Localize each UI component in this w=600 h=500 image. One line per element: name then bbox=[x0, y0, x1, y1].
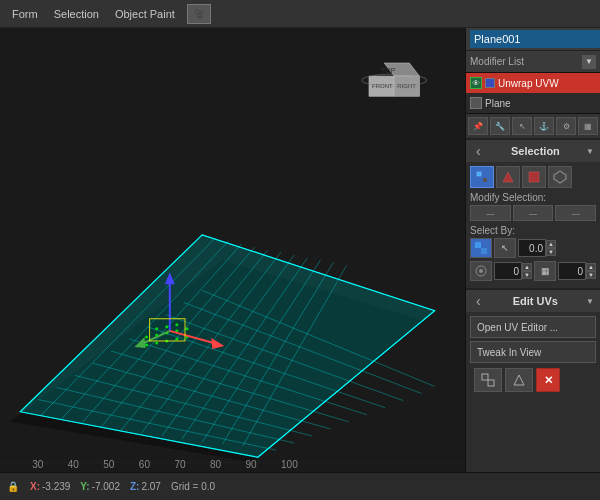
mod-btn-grid[interactable]: ▦ bbox=[578, 117, 598, 135]
sel-edge-icon[interactable] bbox=[496, 166, 520, 188]
sel-face-icon[interactable] bbox=[522, 166, 546, 188]
modifier-color-icon bbox=[485, 78, 495, 88]
coord-100: 100 bbox=[281, 459, 298, 470]
selection-section: ‹ Selection ▼ bbox=[466, 138, 600, 288]
viewport-3d[interactable]: TOP FRONT RIGHT 30 40 50 60 70 80 90 100 bbox=[0, 28, 465, 472]
select-by-icon-2[interactable]: ↖ bbox=[494, 238, 516, 258]
spinbox-2-field[interactable] bbox=[494, 262, 522, 280]
edit-uvs-collapse-icon: ‹ bbox=[472, 293, 485, 309]
modify-btn-1[interactable]: — bbox=[470, 205, 511, 221]
svg-point-38 bbox=[155, 341, 158, 344]
mod-btn-pin[interactable]: 📌 bbox=[468, 117, 488, 135]
menu-bar: Form Selection Object Paint 🎥 bbox=[0, 0, 600, 28]
svg-point-66 bbox=[479, 269, 483, 273]
spinbox-1-arrows: ▲ ▼ bbox=[546, 240, 556, 256]
svg-point-31 bbox=[175, 323, 178, 326]
svg-marker-69 bbox=[514, 375, 524, 385]
modify-btn-2[interactable]: — bbox=[513, 205, 554, 221]
spinbox-2: ▲ ▼ bbox=[494, 262, 532, 280]
coord-80: 80 bbox=[210, 459, 221, 470]
edit-uvs-bottom-row: ✕ bbox=[470, 366, 596, 394]
menu-form[interactable]: Form bbox=[4, 4, 46, 24]
status-bar: 🔒 X: -3.239 Y: -7.002 Z: 2.07 Grid = 0.0 bbox=[0, 472, 600, 500]
svg-point-29 bbox=[155, 327, 158, 330]
mod-btn-tool[interactable]: 🔧 bbox=[490, 117, 510, 135]
grid-value: Grid = 0.0 bbox=[171, 481, 215, 492]
modifier-plane-icon bbox=[470, 97, 482, 109]
tweak-in-view-button[interactable]: Tweak In View bbox=[470, 341, 596, 363]
svg-rect-67 bbox=[482, 374, 488, 380]
x-value: -3.239 bbox=[42, 481, 70, 492]
select-by-icon-4[interactable]: ▦ bbox=[534, 261, 556, 281]
z-value: 2.07 bbox=[141, 481, 160, 492]
svg-point-40 bbox=[175, 337, 178, 340]
lock-icon: 🔒 bbox=[6, 479, 20, 495]
edit-uvs-header[interactable]: ‹ Edit UVs ▼ bbox=[466, 290, 600, 312]
modify-buttons-row: — — — bbox=[470, 205, 596, 221]
sel-element-icon[interactable] bbox=[548, 166, 572, 188]
spinbox-1-field[interactable] bbox=[518, 239, 546, 257]
spinbox-2-up[interactable]: ▲ bbox=[522, 263, 532, 271]
right-panel: Modifier List ▼ 👁 Unwrap UVW Plane 📌 🔧 ↖… bbox=[465, 28, 600, 472]
modifier-buttons-row: 📌 🔧 ↖ ⚓ ⚙ ▦ bbox=[466, 113, 600, 138]
svg-rect-63 bbox=[475, 242, 481, 248]
select-by-icon-1[interactable] bbox=[470, 238, 492, 258]
menu-selection[interactable]: Selection bbox=[46, 4, 107, 24]
coord-60: 60 bbox=[139, 459, 150, 470]
z-label: Z: bbox=[130, 481, 139, 492]
camera-icon[interactable]: 🎥 bbox=[187, 4, 211, 24]
main-container: TOP FRONT RIGHT 30 40 50 60 70 80 90 100 bbox=[0, 28, 600, 472]
spinbox-3-arrows: ▲ ▼ bbox=[586, 263, 596, 279]
mod-btn-cursor[interactable]: ↖ bbox=[512, 117, 532, 135]
selection-title: Selection bbox=[511, 145, 560, 157]
spinbox-2-arrows: ▲ ▼ bbox=[522, 263, 532, 279]
menu-object-paint[interactable]: Object Paint bbox=[107, 4, 183, 24]
selection-panel-header[interactable]: ‹ Selection ▼ bbox=[466, 140, 600, 162]
uv-icon-btn-1[interactable] bbox=[474, 368, 502, 392]
spinbox-1: ▲ ▼ bbox=[518, 239, 596, 257]
object-name-field[interactable] bbox=[470, 30, 600, 48]
modifier-stack: 👁 Unwrap UVW Plane bbox=[466, 72, 600, 113]
select-by-icon-3[interactable] bbox=[470, 261, 492, 281]
spinbox-1-down[interactable]: ▼ bbox=[546, 248, 556, 256]
spinbox-2-down[interactable]: ▼ bbox=[522, 271, 532, 279]
close-x-button[interactable]: ✕ bbox=[536, 368, 560, 392]
modifier-list-dropdown[interactable]: ▼ bbox=[582, 55, 596, 69]
modify-selection-label: Modify Selection: bbox=[470, 192, 596, 203]
modify-btn-3[interactable]: — bbox=[555, 205, 596, 221]
sel-vertex-icon[interactable] bbox=[470, 166, 494, 188]
selection-content: Modify Selection: — — — Select By: ↖ bbox=[466, 162, 600, 288]
object-name-bar bbox=[466, 28, 600, 50]
coord-y-display: Y: -7.002 bbox=[80, 481, 120, 492]
modifier-visibility-icon[interactable]: 👁 bbox=[470, 77, 482, 89]
spinbox-3-field[interactable] bbox=[558, 262, 586, 280]
svg-point-30 bbox=[165, 325, 168, 328]
mod-btn-settings[interactable]: ⚙ bbox=[556, 117, 576, 135]
open-uv-editor-button[interactable]: Open UV Editor ... bbox=[470, 316, 596, 338]
coord-z-display: Z: 2.07 bbox=[130, 481, 161, 492]
grid-svg: TOP FRONT RIGHT bbox=[0, 28, 465, 472]
y-value: -7.002 bbox=[92, 481, 120, 492]
y-label: Y: bbox=[80, 481, 89, 492]
modifier-list-label: Modifier List bbox=[470, 56, 582, 67]
select-by-row-2: ▲ ▼ ▦ ▲ ▼ bbox=[470, 261, 596, 281]
grid-coord-labels: 30 40 50 60 70 80 90 100 bbox=[0, 459, 330, 470]
modifier-plane[interactable]: Plane bbox=[466, 93, 600, 113]
svg-point-36 bbox=[185, 327, 188, 330]
svg-marker-60 bbox=[503, 172, 513, 182]
mod-btn-anchor[interactable]: ⚓ bbox=[534, 117, 554, 135]
modifier-name-unwrap: Unwrap UVW bbox=[498, 78, 559, 89]
spinbox-3-down[interactable]: ▼ bbox=[586, 271, 596, 279]
svg-rect-61 bbox=[529, 172, 539, 182]
svg-point-32 bbox=[145, 335, 148, 338]
uv-icon-btn-2[interactable] bbox=[505, 368, 533, 392]
svg-rect-68 bbox=[488, 380, 494, 386]
svg-point-37 bbox=[145, 344, 148, 347]
coord-50: 50 bbox=[103, 459, 114, 470]
coord-x-display: X: -3.239 bbox=[30, 481, 70, 492]
selection-collapse-icon: ‹ bbox=[472, 143, 485, 159]
select-by-label: Select By: bbox=[470, 225, 596, 236]
spinbox-3-up[interactable]: ▲ bbox=[586, 263, 596, 271]
modifier-unwrap-uvw[interactable]: 👁 Unwrap UVW bbox=[466, 73, 600, 93]
spinbox-1-up[interactable]: ▲ bbox=[546, 240, 556, 248]
